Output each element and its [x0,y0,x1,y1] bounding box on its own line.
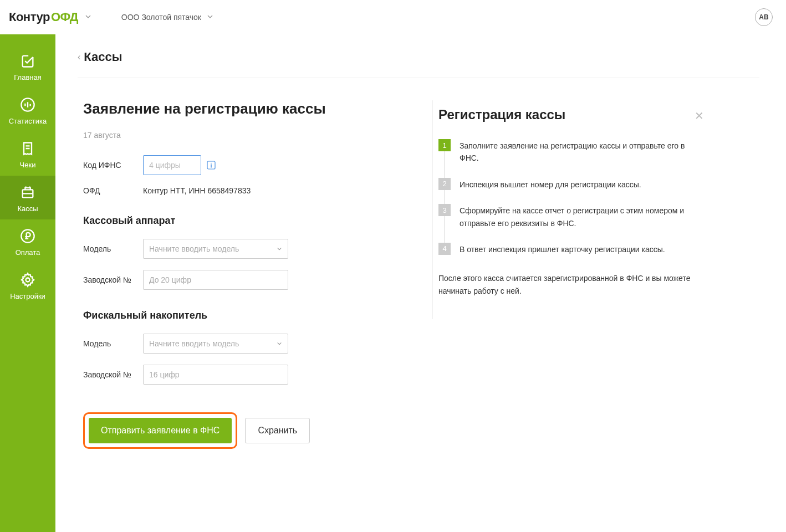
section-fiscal-title: Фискальный накопитель [83,310,410,321]
info-title: Регистрация кассы [438,107,695,122]
ifns-label: Код ИФНС [83,161,143,170]
ifns-input[interactable] [143,155,201,175]
sidebar-item-label: Чеки [20,161,36,169]
step-2: 2 Инспекция вышлет номер для регистрации… [438,178,695,191]
breadcrumb-title: Кассы [84,50,122,64]
info-footer: После этого касса считается зарегистриро… [438,272,695,297]
sidebar-item-label: Настройки [10,292,45,300]
info-panel: ✕ Регистрация кассы 1 Заполните заявлени… [432,100,710,319]
sidebar-item-label: Главная [14,73,41,81]
fiscal-model-label: Модель [83,339,143,348]
fiscal-model-select[interactable]: Начните вводить модель [143,334,288,354]
highlight-annotation: Отправить заявление в ФНС [83,412,237,449]
step-3: 3 Сформируйте на кассе отчет о регистрац… [438,204,695,229]
receipt-icon [19,140,37,157]
step-4: 4 В ответ инспекция пришлет карточку рег… [438,243,695,255]
logo-ofd: ОФД [51,10,78,24]
chevron-left-icon: ‹ [78,52,80,62]
form-panel: Заявление на регистрацию кассы 17 август… [78,100,410,449]
step-text: В ответ инспекция пришлет карточку регис… [460,243,665,255]
register-icon [19,183,37,201]
form-date: 17 августа [83,131,410,140]
select-placeholder: Начните вводить модель [149,339,239,348]
ruble-icon [19,227,37,245]
sidebar-item-label: Оплата [16,248,40,257]
step-number: 1 [438,139,451,151]
sidebar-item-settings[interactable]: Настройки [0,263,55,307]
gear-icon [19,271,37,289]
breadcrumb[interactable]: ‹ Кассы [78,50,759,64]
avatar[interactable]: АВ [755,8,773,26]
step-number: 3 [438,204,451,216]
step-number: 4 [438,243,451,255]
kassa-model-label: Модель [83,244,143,253]
ofd-value: Контур НТТ, ИНН 6658497833 [143,186,251,195]
submit-button[interactable]: Отправить заявление в ФНС [89,418,232,443]
sidebar-item-home[interactable]: Главная [0,44,55,88]
step-text: Сформируйте на кассе отчет о регистрации… [460,204,695,229]
info-icon[interactable] [207,161,216,170]
select-placeholder: Начните вводить модель [149,244,239,253]
kassa-serial-label: Заводской № [83,275,143,284]
step-1: 1 Заполните заявление на регистрацию кас… [438,139,695,165]
form-title: Заявление на регистрацию кассы [83,100,410,117]
sidebar-item-payment[interactable]: Оплата [0,219,55,263]
fiscal-serial-input[interactable] [143,365,288,385]
svg-point-3 [26,278,30,282]
kassa-serial-input[interactable] [143,270,288,290]
ofd-label: ОФД [83,186,143,195]
company-name: ООО Золотой пятачок [121,13,201,22]
main-content: ‹ Кассы Заявление на регистрацию кассы 1… [55,34,786,532]
sidebar-item-kassy[interactable]: Кассы [0,176,55,219]
step-text: Инспекция вышлет номер для регистрации к… [460,178,641,191]
fiscal-serial-label: Заводской № [83,370,143,379]
kassa-model-select[interactable]: Начните вводить модель [143,239,288,259]
logo[interactable]: Контур ОФД [9,10,78,24]
close-icon[interactable]: ✕ [695,109,704,122]
chevron-down-icon [207,13,213,22]
check-square-icon [19,52,37,70]
section-kassa-title: Кассовый аппарат [83,215,410,227]
chart-icon [19,96,37,114]
sidebar-item-stats[interactable]: Статистика [0,88,55,132]
sidebar-item-label: Статистика [9,117,47,125]
header: Контур ОФД ООО Золотой пятачок АВ [0,0,786,34]
chevron-down-icon [277,244,282,253]
sidebar-item-label: Кассы [17,204,38,213]
sidebar-item-receipts[interactable]: Чеки [0,132,55,176]
step-number: 2 [438,178,451,190]
company-selector[interactable]: ООО Золотой пятачок [121,13,213,22]
chevron-down-icon [277,339,282,348]
save-button[interactable]: Схранить [245,418,310,443]
product-switcher-chevron-icon[interactable] [85,13,91,22]
sidebar: Главная Статистика Чеки Кассы Оплата [0,34,55,532]
step-text: Заполните заявление на регистрацию кассы… [460,139,695,165]
logo-kontur: Контур [9,10,50,24]
